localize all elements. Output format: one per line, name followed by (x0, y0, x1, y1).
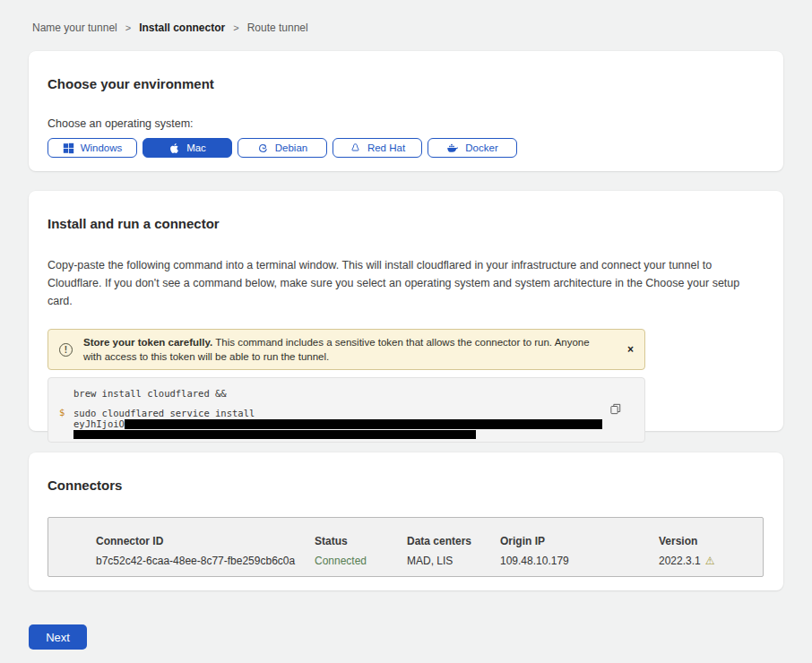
status-badge: Connected (315, 555, 407, 567)
breadcrumb-install-connector[interactable]: Install connector (139, 22, 225, 34)
choose-environment-title: Choose your environment (48, 76, 764, 91)
data-centers-value: MAD, LIS (407, 555, 500, 567)
breadcrumb-name-your-tunnel[interactable]: Name your tunnel (32, 22, 117, 34)
os-button-redhat[interactable]: Red Hat (333, 138, 422, 158)
version-value: 2022.3.1 ⚠ (659, 555, 763, 567)
token-warning-banner: ! Store your token carefully. This comma… (48, 329, 645, 370)
connector-id-value: b7c52c42-6caa-48ee-8c77-fbe259cb6c0a (96, 555, 315, 567)
close-icon[interactable]: × (627, 344, 634, 355)
windows-icon (63, 142, 74, 154)
os-button-docker[interactable]: Docker (428, 138, 517, 158)
os-button-row: Windows Mac Debian Red Hat Docker (48, 138, 764, 158)
origin-ip-value: 109.48.10.179 (500, 555, 659, 567)
code-line-token: eyJhIjoiO (73, 418, 630, 429)
install-connector-card: Install and run a connector Copy-paste t… (29, 191, 783, 431)
header-origin-ip: Origin IP (500, 535, 659, 547)
connectors-title: Connectors (48, 478, 764, 493)
connectors-table-header: Connector ID Status Data centers Origin … (96, 535, 763, 547)
debian-icon (257, 142, 269, 154)
os-button-label: Windows (81, 142, 123, 153)
docker-icon (446, 142, 459, 154)
code-line-service-install: sudo cloudflared service install (73, 408, 630, 418)
breadcrumb-route-tunnel[interactable]: Route tunnel (247, 22, 308, 34)
breadcrumb-separator: > (125, 22, 131, 33)
apple-icon (168, 142, 180, 154)
os-select-label: Choose an operating system: (48, 117, 764, 130)
choose-environment-card: Choose your environment Choose an operat… (29, 51, 783, 171)
header-status: Status (315, 535, 407, 547)
next-button[interactable]: Next (29, 624, 87, 650)
connectors-card: Connectors Connector ID Status Data cent… (29, 452, 783, 590)
code-line-brew: brew install cloudflared && (73, 388, 630, 399)
os-button-label: Mac (186, 142, 206, 153)
breadcrumb: Name your tunnel > Install connector > R… (0, 0, 812, 34)
os-button-label: Red Hat (367, 142, 405, 153)
version-number: 2022.3.1 (659, 555, 701, 567)
header-connector-id: Connector ID (96, 535, 315, 547)
token-prefix: eyJhIjoiO (73, 418, 125, 429)
redhat-icon (350, 142, 361, 154)
install-description: Copy-paste the following command into a … (48, 256, 761, 310)
alert-circle-icon: ! (59, 343, 73, 357)
install-command-code-block: brew install cloudflared && $ sudo cloud… (48, 377, 645, 443)
os-button-windows[interactable]: Windows (48, 138, 137, 158)
connectors-table: Connector ID Status Data centers Origin … (48, 517, 764, 577)
os-button-debian[interactable]: Debian (238, 138, 327, 158)
install-connector-title: Install and run a connector (48, 216, 764, 231)
token-warning-text: Store your token carefully. This command… (83, 335, 603, 364)
token-warning-bold: Store your token carefully. (83, 337, 212, 348)
header-data-centers: Data centers (407, 535, 500, 547)
warning-triangle-icon[interactable]: ⚠ (705, 555, 715, 566)
shell-prompt: $ (59, 407, 65, 418)
copy-icon[interactable] (610, 403, 621, 418)
os-button-label: Debian (275, 142, 307, 153)
os-button-label: Docker (465, 142, 497, 153)
redacted-token-bar-2 (73, 430, 476, 439)
header-version: Version (659, 535, 763, 547)
redacted-token-bar-1 (125, 419, 602, 429)
os-button-mac[interactable]: Mac (143, 138, 232, 158)
breadcrumb-separator: > (233, 22, 238, 33)
table-row: b7c52c42-6caa-48ee-8c77-fbe259cb6c0a Con… (96, 555, 763, 567)
